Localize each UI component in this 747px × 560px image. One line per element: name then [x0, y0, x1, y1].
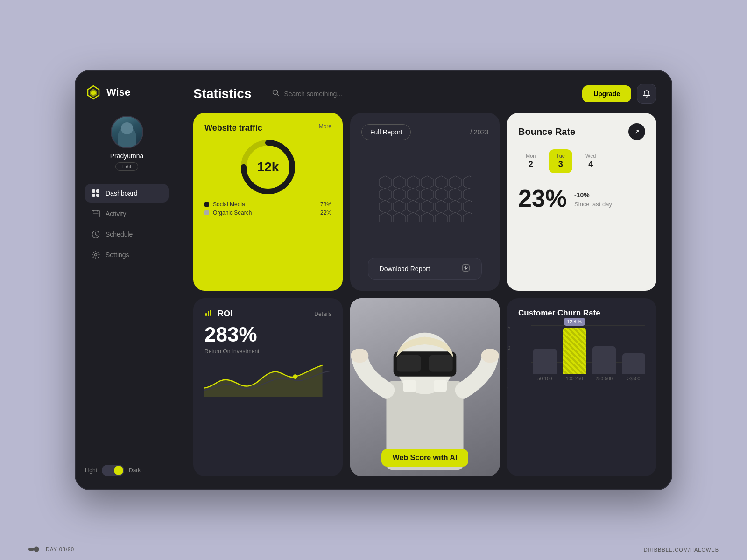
traffic-donut: 12k — [204, 137, 331, 197]
main-content: Statistics Upgrade — [178, 71, 671, 489]
churn-title: Customer Churn Rate — [518, 308, 645, 318]
sidebar-label-settings: Settings — [106, 251, 129, 259]
y-label-0: 0 — [507, 385, 510, 391]
y-axis: 15 10 5 0 — [507, 325, 510, 391]
svg-point-33 — [481, 349, 499, 363]
notification-button[interactable] — [637, 84, 656, 104]
svg-rect-23 — [205, 313, 207, 316]
sidebar-item-activity[interactable]: Activity — [85, 204, 169, 223]
bar-label-50-100: 50-100 — [537, 376, 552, 381]
bar-group-500plus: >$500 — [622, 353, 646, 381]
legend-organic: Organic Search 22% — [204, 210, 331, 216]
svg-rect-24 — [208, 311, 209, 316]
report-card: Full Report / 2023 Download Report — [350, 113, 500, 291]
roi-label: ROI — [218, 309, 233, 319]
day-tab-wed[interactable]: Wed 4 — [578, 149, 603, 173]
header-actions: Upgrade — [582, 84, 656, 104]
roi-sublabel: Return On Investment — [204, 348, 331, 355]
sidebar-item-settings[interactable]: Settings — [85, 245, 169, 264]
schedule-icon — [92, 230, 100, 238]
user-profile: Pradyumna Edit — [85, 116, 169, 171]
logo-text: Wise — [106, 86, 130, 98]
sidebar-label-dashboard: Dashboard — [106, 189, 138, 197]
svg-rect-3 — [92, 189, 95, 193]
theme-toggle-track[interactable] — [102, 465, 124, 476]
bar-chart: 50-100 12.8 % 100-250 — [533, 325, 645, 381]
svg-point-14 — [95, 254, 97, 256]
sidebar-item-schedule[interactable]: Schedule — [85, 225, 169, 244]
bounce-value: 23% — [518, 184, 567, 212]
y-label-5: 5 — [507, 365, 510, 371]
search-icon — [272, 89, 280, 98]
churn-tooltip: 12.8 % — [564, 318, 585, 326]
day-tab-tue[interactable]: Tue 3 — [549, 149, 572, 173]
svg-line-13 — [96, 235, 97, 236]
download-label: Download Report — [380, 265, 430, 273]
svg-rect-7 — [92, 210, 99, 217]
ai-score-label: Web Score with AI — [381, 449, 469, 467]
ai-label: Web Score with AI — [350, 449, 500, 467]
svg-line-16 — [277, 94, 279, 96]
churn-card: Customer Churn Rate 15 10 5 0 — [507, 298, 656, 476]
bar-group-100-250: 12.8 % 100-250 — [563, 318, 586, 381]
svg-rect-34 — [403, 380, 416, 392]
bounce-link-button[interactable]: ↗ — [628, 123, 645, 140]
roi-details-link[interactable]: Details — [314, 311, 331, 317]
bounce-title: Bounce Rate — [518, 126, 575, 137]
sidebar-item-dashboard[interactable]: Dashboard — [85, 184, 169, 203]
svg-rect-4 — [96, 189, 99, 193]
svg-rect-25 — [210, 310, 211, 316]
ai-card: Web Score with AI — [350, 298, 500, 476]
toggle-thumb — [114, 466, 123, 475]
y-label-15: 15 — [507, 325, 510, 330]
search-bar — [272, 89, 573, 98]
bar-label-250-500: 250-500 — [595, 376, 613, 381]
day-tab-mon[interactable]: Mon 2 — [518, 149, 543, 173]
day-tabs: Mon 2 Tue 3 Wed 4 — [518, 149, 645, 173]
svg-rect-6 — [96, 194, 99, 197]
report-pattern — [361, 140, 488, 258]
bar-500plus — [622, 353, 646, 374]
search-input[interactable] — [284, 90, 573, 98]
legend-pct-organic: 22% — [320, 210, 331, 216]
activity-icon — [92, 210, 100, 218]
svg-point-26 — [293, 374, 297, 379]
watermark-right: DRIBBBLE.COM/HALOWEB — [644, 547, 719, 553]
year-text: / 2023 — [470, 128, 488, 136]
bounce-since: Since last day — [574, 201, 612, 208]
logo-area: Wise — [85, 84, 169, 101]
traffic-more[interactable]: More — [319, 123, 331, 130]
watermark-site: DRIBBBLE.COM/HALOWEB — [644, 547, 719, 553]
svg-rect-30 — [397, 355, 421, 372]
legend-label-social: Social Media — [213, 201, 245, 208]
bar-label-500plus: >$500 — [627, 376, 640, 381]
roi-bar-icon — [204, 308, 213, 319]
svg-rect-20 — [378, 175, 472, 222]
bounce-change: -10% — [574, 191, 612, 199]
traffic-card: Website traffic More 12k Social Media — [193, 113, 343, 291]
full-report-button[interactable]: Full Report — [361, 124, 411, 140]
svg-rect-35 — [434, 380, 447, 392]
bar-250-500 — [592, 346, 616, 374]
legend-pct-social: 78% — [320, 201, 331, 208]
dashboard-icon — [92, 189, 100, 197]
watermark-day: DAY 03/90 — [46, 546, 74, 552]
traffic-title: Website traffic — [204, 123, 262, 133]
bar-50-100 — [533, 349, 557, 374]
bar-group-50-100: 50-100 — [533, 349, 557, 381]
bar-100-250 — [563, 328, 586, 374]
avatar — [111, 116, 143, 148]
svg-rect-36 — [28, 548, 34, 551]
svg-point-32 — [351, 349, 368, 363]
legend-label-organic: Organic Search — [213, 210, 252, 216]
logo-icon — [85, 84, 102, 101]
download-report-button[interactable]: Download Report — [368, 258, 482, 280]
svg-point-37 — [34, 547, 39, 552]
page-title: Statistics — [193, 86, 252, 101]
sidebar-label-schedule: Schedule — [106, 231, 133, 238]
svg-rect-5 — [92, 194, 95, 197]
dashboard-grid: Website traffic More 12k Social Media — [178, 113, 671, 489]
edit-button[interactable]: Edit — [115, 162, 138, 171]
upgrade-button[interactable]: Upgrade — [582, 85, 631, 102]
nav-menu: Dashboard Activity — [85, 184, 169, 455]
